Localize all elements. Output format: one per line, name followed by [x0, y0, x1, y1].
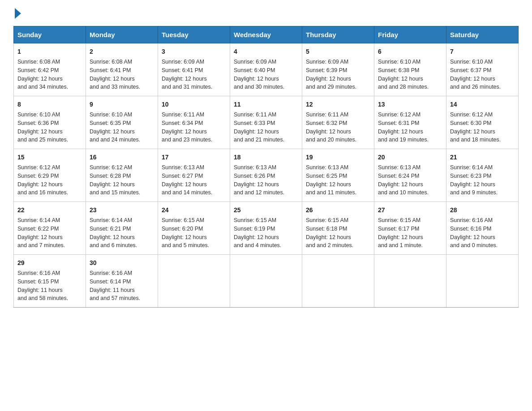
day-number: 24	[162, 206, 226, 215]
day-number: 15	[17, 153, 82, 162]
calendar-cell: 19Sunrise: 6:13 AMSunset: 6:25 PMDayligh…	[302, 149, 374, 202]
day-info: Sunrise: 6:11 AMSunset: 6:33 PMDaylight:…	[234, 111, 284, 143]
day-info: Sunrise: 6:08 AMSunset: 6:41 PMDaylight:…	[90, 59, 140, 90]
column-header-friday: Friday	[374, 26, 446, 43]
calendar-cell: 21Sunrise: 6:14 AMSunset: 6:23 PMDayligh…	[446, 149, 519, 202]
calendar-cell: 28Sunrise: 6:16 AMSunset: 6:16 PMDayligh…	[446, 202, 519, 255]
day-info: Sunrise: 6:12 AMSunset: 6:31 PMDaylight:…	[378, 111, 429, 143]
day-info: Sunrise: 6:15 AMSunset: 6:17 PMDaylight:…	[378, 217, 423, 248]
day-info: Sunrise: 6:08 AMSunset: 6:42 PMDaylight:…	[17, 59, 68, 90]
day-info: Sunrise: 6:09 AMSunset: 6:39 PMDaylight:…	[306, 59, 356, 90]
calendar-week-5: 29Sunrise: 6:16 AMSunset: 6:15 PMDayligh…	[14, 255, 519, 308]
calendar-table: SundayMondayTuesdayWednesdayThursdayFrid…	[13, 26, 519, 308]
day-number: 12	[306, 100, 370, 109]
day-info: Sunrise: 6:13 AMSunset: 6:25 PMDaylight:…	[306, 164, 356, 196]
day-number: 10	[162, 100, 226, 109]
calendar-week-1: 1Sunrise: 6:08 AMSunset: 6:42 PMDaylight…	[14, 43, 519, 96]
day-number: 19	[306, 153, 370, 162]
day-number: 17	[162, 153, 226, 162]
day-number: 28	[450, 206, 515, 215]
day-info: Sunrise: 6:11 AMSunset: 6:32 PMDaylight:…	[306, 111, 356, 143]
calendar-cell: 5Sunrise: 6:09 AMSunset: 6:39 PMDaylight…	[302, 43, 374, 96]
day-info: Sunrise: 6:10 AMSunset: 6:35 PMDaylight:…	[90, 111, 140, 143]
day-number: 23	[90, 206, 154, 215]
day-info: Sunrise: 6:12 AMSunset: 6:30 PMDaylight:…	[450, 111, 501, 143]
calendar-cell	[374, 255, 446, 308]
day-info: Sunrise: 6:16 AMSunset: 6:14 PMDaylight:…	[90, 270, 140, 301]
logo	[13, 9, 21, 17]
day-number: 3	[162, 47, 226, 56]
day-number: 22	[17, 206, 82, 215]
day-number: 29	[17, 258, 82, 268]
day-number: 26	[306, 206, 370, 215]
calendar-cell: 16Sunrise: 6:12 AMSunset: 6:28 PMDayligh…	[86, 149, 158, 202]
calendar-cell: 25Sunrise: 6:15 AMSunset: 6:19 PMDayligh…	[230, 202, 302, 255]
calendar-cell: 24Sunrise: 6:15 AMSunset: 6:20 PMDayligh…	[158, 202, 230, 255]
column-header-wednesday: Wednesday	[230, 26, 302, 43]
day-info: Sunrise: 6:12 AMSunset: 6:28 PMDaylight:…	[90, 164, 140, 196]
day-info: Sunrise: 6:15 AMSunset: 6:18 PMDaylight:…	[306, 217, 353, 248]
day-number: 7	[450, 47, 515, 56]
day-info: Sunrise: 6:09 AMSunset: 6:40 PMDaylight:…	[234, 59, 284, 90]
day-info: Sunrise: 6:11 AMSunset: 6:34 PMDaylight:…	[162, 111, 212, 143]
calendar-cell: 17Sunrise: 6:13 AMSunset: 6:27 PMDayligh…	[158, 149, 230, 202]
logo-triangle-icon	[15, 8, 21, 19]
calendar-cell: 30Sunrise: 6:16 AMSunset: 6:14 PMDayligh…	[86, 255, 158, 308]
calendar-cell: 7Sunrise: 6:10 AMSunset: 6:37 PMDaylight…	[446, 43, 519, 96]
calendar-cell: 15Sunrise: 6:12 AMSunset: 6:29 PMDayligh…	[14, 149, 86, 202]
day-number: 8	[17, 100, 82, 109]
calendar-cell: 26Sunrise: 6:15 AMSunset: 6:18 PMDayligh…	[302, 202, 374, 255]
day-number: 5	[306, 47, 370, 56]
day-info: Sunrise: 6:14 AMSunset: 6:21 PMDaylight:…	[90, 217, 137, 248]
day-info: Sunrise: 6:16 AMSunset: 6:16 PMDaylight:…	[450, 217, 498, 248]
day-info: Sunrise: 6:15 AMSunset: 6:20 PMDaylight:…	[162, 217, 209, 248]
day-info: Sunrise: 6:14 AMSunset: 6:23 PMDaylight:…	[450, 164, 498, 196]
day-info: Sunrise: 6:13 AMSunset: 6:24 PMDaylight:…	[378, 164, 429, 196]
calendar-cell: 10Sunrise: 6:11 AMSunset: 6:34 PMDayligh…	[158, 96, 230, 149]
day-number: 11	[234, 100, 298, 109]
day-info: Sunrise: 6:10 AMSunset: 6:36 PMDaylight:…	[17, 111, 68, 143]
calendar-cell: 4Sunrise: 6:09 AMSunset: 6:40 PMDaylight…	[230, 43, 302, 96]
calendar-cell	[230, 255, 302, 308]
day-info: Sunrise: 6:10 AMSunset: 6:38 PMDaylight:…	[378, 59, 429, 90]
day-number: 18	[234, 153, 298, 162]
column-header-sunday: Sunday	[14, 26, 86, 43]
calendar-cell: 11Sunrise: 6:11 AMSunset: 6:33 PMDayligh…	[230, 96, 302, 149]
calendar-cell: 12Sunrise: 6:11 AMSunset: 6:32 PMDayligh…	[302, 96, 374, 149]
day-info: Sunrise: 6:13 AMSunset: 6:27 PMDaylight:…	[162, 164, 212, 196]
calendar-cell: 14Sunrise: 6:12 AMSunset: 6:30 PMDayligh…	[446, 96, 519, 149]
day-number: 30	[90, 258, 154, 268]
day-info: Sunrise: 6:09 AMSunset: 6:41 PMDaylight:…	[162, 59, 212, 90]
calendar-cell	[158, 255, 230, 308]
day-number: 1	[17, 47, 82, 56]
calendar-cell: 29Sunrise: 6:16 AMSunset: 6:15 PMDayligh…	[14, 255, 86, 308]
day-info: Sunrise: 6:13 AMSunset: 6:26 PMDaylight:…	[234, 164, 284, 196]
page-header	[13, 9, 519, 17]
day-number: 2	[90, 47, 154, 56]
calendar-cell: 18Sunrise: 6:13 AMSunset: 6:26 PMDayligh…	[230, 149, 302, 202]
day-number: 6	[378, 47, 442, 56]
calendar-cell: 9Sunrise: 6:10 AMSunset: 6:35 PMDaylight…	[86, 96, 158, 149]
calendar-cell: 6Sunrise: 6:10 AMSunset: 6:38 PMDaylight…	[374, 43, 446, 96]
day-number: 13	[378, 100, 442, 109]
calendar-cell: 13Sunrise: 6:12 AMSunset: 6:31 PMDayligh…	[374, 96, 446, 149]
calendar-week-3: 15Sunrise: 6:12 AMSunset: 6:29 PMDayligh…	[14, 149, 519, 202]
calendar-cell	[446, 255, 519, 308]
calendar-week-4: 22Sunrise: 6:14 AMSunset: 6:22 PMDayligh…	[14, 202, 519, 255]
day-info: Sunrise: 6:14 AMSunset: 6:22 PMDaylight:…	[17, 217, 65, 248]
calendar-cell: 23Sunrise: 6:14 AMSunset: 6:21 PMDayligh…	[86, 202, 158, 255]
column-header-tuesday: Tuesday	[158, 26, 230, 43]
day-info: Sunrise: 6:10 AMSunset: 6:37 PMDaylight:…	[450, 59, 501, 90]
day-number: 4	[234, 47, 298, 56]
day-number: 14	[450, 100, 515, 109]
column-header-thursday: Thursday	[302, 26, 374, 43]
calendar-cell: 1Sunrise: 6:08 AMSunset: 6:42 PMDaylight…	[14, 43, 86, 96]
calendar-cell: 3Sunrise: 6:09 AMSunset: 6:41 PMDaylight…	[158, 43, 230, 96]
calendar-week-2: 8Sunrise: 6:10 AMSunset: 6:36 PMDaylight…	[14, 96, 519, 149]
calendar-cell: 22Sunrise: 6:14 AMSunset: 6:22 PMDayligh…	[14, 202, 86, 255]
day-info: Sunrise: 6:15 AMSunset: 6:19 PMDaylight:…	[234, 217, 281, 248]
day-number: 27	[378, 206, 442, 215]
day-info: Sunrise: 6:12 AMSunset: 6:29 PMDaylight:…	[17, 164, 68, 196]
column-header-monday: Monday	[86, 26, 158, 43]
calendar-cell: 2Sunrise: 6:08 AMSunset: 6:41 PMDaylight…	[86, 43, 158, 96]
